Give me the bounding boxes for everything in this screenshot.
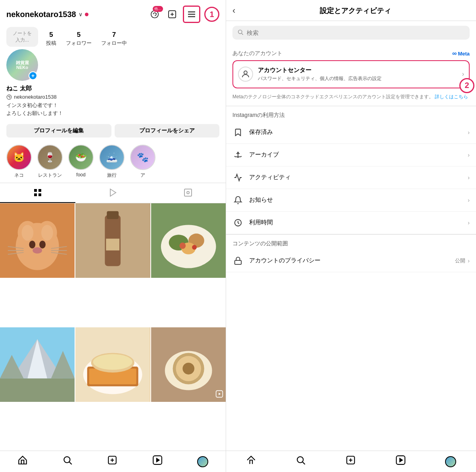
grid-cell-4[interactable] bbox=[0, 327, 75, 402]
nav-reels-left[interactable] bbox=[152, 455, 163, 468]
profile-section: ノートを入力... 雑貨屋NEKo + 5 投稿 5 フォロワー 7 フォロー中 bbox=[0, 27, 226, 85]
nav-add-left[interactable] bbox=[107, 455, 117, 468]
grid-cell-5[interactable] bbox=[75, 327, 150, 402]
archive-right: › bbox=[468, 152, 470, 158]
highlight-food[interactable]: 🥗 food bbox=[68, 145, 94, 179]
svg-rect-33 bbox=[106, 239, 120, 250]
privacy-right: 公開 › bbox=[455, 257, 470, 264]
threads-button[interactable]: 他… bbox=[148, 8, 161, 21]
account-center-card[interactable]: アカウントセンター パスワード、セキュリティ、個人の情報、広告表示の設定 › 2 bbox=[232, 60, 470, 88]
grid-cell-2[interactable] bbox=[75, 203, 150, 278]
nav-profile-avatar-left[interactable] bbox=[197, 456, 208, 467]
posts-count: 5 bbox=[49, 31, 53, 39]
highlight-rest-circle: 🍷 bbox=[37, 145, 63, 170]
time-used-chevron: › bbox=[468, 220, 470, 226]
profile-stats: 5 投稿 5 フォロワー 7 フォロー中 bbox=[46, 27, 219, 47]
share-profile-button[interactable]: プロフィールをシェア bbox=[115, 124, 220, 138]
username-text: nekonekotaro1538 bbox=[6, 10, 76, 19]
avatar-add-button[interactable]: + bbox=[29, 71, 37, 80]
top-bar: nekonekotaro1538 ∨ 他… bbox=[0, 0, 226, 27]
search-box[interactable] bbox=[232, 26, 470, 40]
nav-search-right[interactable] bbox=[296, 455, 306, 468]
nav-home-right[interactable] bbox=[246, 455, 256, 468]
chevron-down-icon[interactable]: ∨ bbox=[79, 11, 83, 17]
back-button[interactable]: ‹ bbox=[232, 6, 235, 16]
edit-profile-button[interactable]: プロフィールを編集 bbox=[6, 124, 111, 138]
highlight-restaurant[interactable]: 🍷 レストラン bbox=[37, 145, 63, 179]
svg-rect-8 bbox=[34, 189, 37, 192]
saved-item[interactable]: 保存済み › bbox=[226, 121, 476, 144]
highlight-rest-label: レストラン bbox=[38, 172, 62, 179]
grid-cell-3[interactable] bbox=[151, 203, 226, 278]
svg-rect-11 bbox=[38, 193, 41, 196]
svg-marker-12 bbox=[110, 189, 116, 196]
highlight-travel[interactable]: 🗻 旅行 bbox=[99, 145, 125, 179]
left-nav-bar bbox=[0, 451, 226, 472]
nav-home-left[interactable] bbox=[17, 455, 28, 468]
archive-chevron: › bbox=[468, 152, 470, 158]
meta-desc-link[interactable]: 詳しくはこちら bbox=[435, 94, 468, 99]
tabs-row bbox=[0, 183, 226, 203]
profile-left: ノートを入力... 雑貨屋NEKo + bbox=[6, 27, 38, 81]
highlight-more-label: ア bbox=[140, 172, 145, 179]
highlight-more[interactable]: 🐾 ア bbox=[130, 145, 155, 179]
username-area: nekonekotaro1538 ∨ bbox=[6, 10, 88, 19]
svg-point-14 bbox=[187, 191, 189, 194]
followers-count: 5 bbox=[77, 31, 81, 39]
archive-item[interactable]: アーカイブ › bbox=[226, 144, 476, 166]
nav-reels-right[interactable] bbox=[395, 455, 406, 468]
following-stat[interactable]: 7 フォロー中 bbox=[101, 31, 127, 47]
grid-cell-1[interactable] bbox=[0, 203, 75, 278]
svg-line-61 bbox=[69, 462, 72, 464]
profile-info: ねこ 太郎 nekonekotaro1538 インスタ初心者です！ よろしくお願… bbox=[0, 85, 226, 121]
tab-reels[interactable] bbox=[75, 183, 151, 203]
svg-line-74 bbox=[303, 462, 305, 464]
highlight-neko-label: ネコ bbox=[14, 172, 24, 179]
activity-chevron: › bbox=[468, 174, 470, 181]
saved-right: › bbox=[468, 129, 470, 136]
grid-cell-6[interactable] bbox=[151, 327, 226, 402]
svg-rect-42 bbox=[0, 378, 75, 402]
tab-tagged[interactable] bbox=[150, 183, 226, 203]
privacy-badge: 公開 bbox=[455, 257, 465, 264]
followers-stat[interactable]: 5 フォロワー bbox=[66, 31, 92, 47]
svg-point-40 bbox=[192, 245, 197, 250]
highlight-neko[interactable]: 🐱 ネコ bbox=[6, 145, 32, 179]
highlight-travel-circle: 🗻 bbox=[99, 145, 125, 170]
content-section-title: コンテンツの公開範囲 bbox=[226, 235, 476, 250]
step1-badge: 1 bbox=[204, 7, 219, 22]
right-title: 設定とアクティビティ bbox=[241, 6, 470, 15]
handle-text: nekonekotaro1538 bbox=[14, 94, 57, 100]
svg-point-21 bbox=[29, 241, 35, 248]
tab-grid[interactable] bbox=[0, 183, 75, 203]
online-dot bbox=[85, 13, 88, 16]
add-content-button[interactable] bbox=[165, 8, 179, 21]
highlight-food-label: food bbox=[76, 172, 85, 178]
time-used-item[interactable]: 利用時間 › bbox=[226, 212, 476, 234]
svg-point-60 bbox=[64, 457, 70, 462]
svg-point-7 bbox=[7, 95, 12, 99]
activity-icon bbox=[232, 172, 244, 183]
bell-icon bbox=[232, 195, 244, 206]
nav-profile-avatar-right[interactable] bbox=[445, 456, 456, 467]
activity-item[interactable]: アクティビティ › bbox=[226, 166, 476, 189]
profile-name: ねこ 太郎 bbox=[6, 85, 219, 92]
notifications-item[interactable]: お知らせ › bbox=[226, 189, 476, 212]
svg-marker-66 bbox=[157, 459, 159, 462]
privacy-label: アカウントのプライバシー bbox=[249, 257, 449, 264]
note-bubble[interactable]: ノートを入力... bbox=[6, 27, 38, 47]
nav-search-left[interactable] bbox=[62, 455, 73, 468]
svg-marker-59 bbox=[219, 393, 221, 396]
svg-point-23 bbox=[33, 247, 42, 254]
right-panel: ‹ 設定とアクティビティ あなたのアカウント ∞ Meta bbox=[226, 0, 476, 472]
notifications-label: お知らせ bbox=[249, 196, 462, 204]
nav-add-right[interactable] bbox=[345, 455, 356, 468]
svg-point-52 bbox=[93, 354, 132, 370]
avatar-text: 雑貨屋NEKo bbox=[14, 59, 31, 71]
posts-stat: 5 投稿 bbox=[46, 31, 56, 47]
menu-button-highlighted[interactable] bbox=[183, 6, 200, 23]
privacy-item[interactable]: アカウントのプライバシー 公開 › bbox=[226, 250, 476, 272]
followers-label: フォロワー bbox=[66, 40, 92, 47]
search-input[interactable] bbox=[247, 29, 465, 36]
highlight-travel-label: 旅行 bbox=[107, 172, 117, 179]
